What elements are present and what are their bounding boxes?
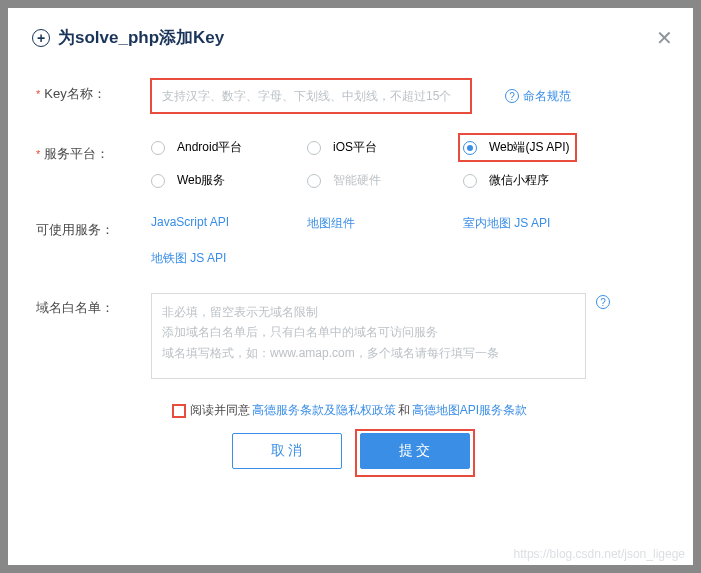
service-links: JavaScript API 地图组件 室内地图 JS API 地铁图 JS A… bbox=[151, 215, 631, 267]
radio-icon bbox=[463, 174, 477, 188]
radio-ios[interactable]: iOS平台 bbox=[307, 139, 463, 156]
highlight-box: 提 交 bbox=[355, 429, 475, 477]
watermark: https://blog.csdn.net/json_ligege bbox=[514, 547, 685, 561]
help-icon: ? bbox=[505, 89, 519, 103]
whitelist-textarea[interactable] bbox=[151, 293, 586, 379]
radio-icon bbox=[307, 141, 321, 155]
required-star-icon: * bbox=[36, 148, 40, 160]
highlight-box: Web端(JS API) bbox=[458, 133, 577, 162]
row-platform: * 服务平台 ： Android平台 iOS平台 Web端(JS API) bbox=[36, 139, 665, 189]
radio-icon bbox=[463, 141, 477, 155]
whitelist-wrap: ? bbox=[151, 293, 586, 382]
close-button[interactable]: ✕ bbox=[656, 26, 673, 50]
radio-icon bbox=[307, 174, 321, 188]
radio-wechat[interactable]: 微信小程序 bbox=[463, 172, 619, 189]
required-star-icon: * bbox=[36, 88, 40, 100]
service-link-map-component[interactable]: 地图组件 bbox=[307, 215, 463, 232]
radio-smarthw: 智能硬件 bbox=[307, 172, 463, 189]
radio-webjs[interactable]: Web端(JS API) bbox=[463, 139, 569, 156]
row-whitelist: 域名白名单 ： ? bbox=[36, 293, 665, 382]
platform-radio-group: Android平台 iOS平台 Web端(JS API) Web服务 bbox=[151, 139, 631, 189]
row-services: 可使用服务 ： JavaScript API 地图组件 室内地图 JS API … bbox=[36, 215, 665, 267]
label-platform: * 服务平台 ： bbox=[36, 139, 151, 163]
service-link-indoor[interactable]: 室内地图 JS API bbox=[463, 215, 619, 232]
button-row: 取 消 提 交 bbox=[36, 433, 665, 469]
label-services: 可使用服务 ： bbox=[36, 215, 151, 239]
radio-icon bbox=[151, 174, 165, 188]
label-key-name: * Key名称 ： bbox=[36, 79, 151, 103]
form-body: * Key名称 ： ? 命名规范 * 服务平台 ： Andr bbox=[8, 59, 693, 469]
submit-button[interactable]: 提 交 bbox=[360, 433, 470, 469]
naming-help-link[interactable]: ? 命名规范 bbox=[505, 88, 571, 105]
row-key-name: * Key名称 ： ? 命名规范 bbox=[36, 79, 665, 113]
terms-link-2[interactable]: 高德地图API服务条款 bbox=[412, 402, 527, 419]
terms-link-1[interactable]: 高德服务条款及隐私权政策 bbox=[252, 402, 396, 419]
agreement-row: 阅读并同意 高德服务条款及隐私权政策 和 高德地图API服务条款 bbox=[36, 402, 665, 419]
radio-webservice[interactable]: Web服务 bbox=[151, 172, 307, 189]
help-icon[interactable]: ? bbox=[596, 295, 610, 309]
radio-icon bbox=[151, 141, 165, 155]
add-key-modal: 为solve_php添加Key ✕ * Key名称 ： ? 命名规范 * 服务平… bbox=[8, 8, 693, 565]
label-whitelist: 域名白名单 ： bbox=[36, 293, 151, 317]
input-col-key-name: ? 命名规范 bbox=[151, 79, 665, 113]
plus-circle-icon bbox=[32, 29, 50, 47]
cancel-button[interactable]: 取 消 bbox=[232, 433, 342, 469]
agree-checkbox[interactable] bbox=[172, 404, 186, 418]
radio-android[interactable]: Android平台 bbox=[151, 139, 307, 156]
key-name-input[interactable] bbox=[151, 79, 471, 113]
service-link-js-api[interactable]: JavaScript API bbox=[151, 215, 307, 232]
modal-header: 为solve_php添加Key ✕ bbox=[8, 8, 693, 59]
modal-title: 为solve_php添加Key bbox=[58, 26, 224, 49]
service-link-subway[interactable]: 地铁图 JS API bbox=[151, 250, 307, 267]
